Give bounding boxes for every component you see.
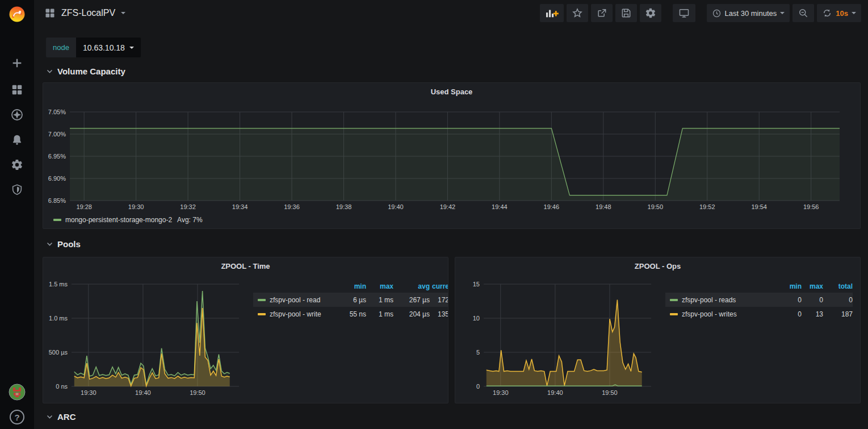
magnifier-minus-icon <box>798 7 809 19</box>
section-pools[interactable]: Pools <box>47 239 81 249</box>
section-title: Volume Capacity <box>57 66 125 76</box>
time-range-caret-icon <box>780 12 785 14</box>
explore-icon[interactable] <box>0 103 34 126</box>
series-dash-icon <box>670 313 678 315</box>
create-icon[interactable] <box>0 52 34 74</box>
legend-header-row: min max total <box>665 280 853 293</box>
section-title: Pools <box>57 239 81 249</box>
legend-header-current[interactable]: current <box>430 282 448 290</box>
dashboards-icon[interactable] <box>0 78 34 101</box>
svg-text:19:36: 19:36 <box>284 203 300 210</box>
svg-text:19:56: 19:56 <box>803 203 819 210</box>
cycle-view-button[interactable] <box>673 4 695 22</box>
time-range-label: Last 30 minutes <box>725 9 777 18</box>
clock-icon <box>712 9 722 18</box>
value-max: 1 ms <box>366 310 393 318</box>
svg-text:15: 15 <box>473 281 480 288</box>
svg-text:500 µs: 500 µs <box>49 349 68 356</box>
monitor-icon <box>678 7 690 19</box>
value-avg: 204 µs <box>393 310 430 318</box>
svg-text:19:40: 19:40 <box>388 203 404 210</box>
top-header: ZFS-LocalPV <box>34 0 868 26</box>
value-max: 13 <box>802 310 823 318</box>
panel-zpool-ops: ZPOOL - Ops 19:3019:4019:50151050 min ma… <box>455 257 861 403</box>
panel-title[interactable]: Used Space <box>43 83 860 96</box>
series-dash-icon <box>670 299 678 301</box>
zpool-ops-chart[interactable]: 19:3019:4019:50151050 <box>458 274 656 403</box>
svg-text:19:50: 19:50 <box>602 389 618 396</box>
legend-header-total[interactable]: total <box>823 282 853 290</box>
server-admin-icon[interactable] <box>0 178 34 201</box>
panel-zpool-time: ZPOOL - Time 19:3019:4019:501.5 ms1.0 ms… <box>43 257 448 403</box>
svg-text:1.0 ms: 1.0 ms <box>49 315 68 322</box>
svg-text:19:38: 19:38 <box>336 203 352 210</box>
help-icon[interactable]: ? <box>0 406 34 428</box>
zoom-out-button[interactable] <box>792 4 814 22</box>
dashboard-title-dropdown[interactable]: ZFS-LocalPV <box>44 7 125 19</box>
zpool-time-chart[interactable]: 19:3019:4019:501.5 ms1.0 ms500 µs0 ns <box>45 274 244 403</box>
add-panel-button[interactable] <box>540 4 564 22</box>
panel-title[interactable]: ZPOOL - Ops <box>455 257 860 270</box>
section-volume-capacity[interactable]: Volume Capacity <box>47 66 125 76</box>
svg-text:5: 5 <box>476 349 480 356</box>
series-name: zfspv-pool - writes <box>682 310 737 318</box>
svg-text:1.5 ms: 1.5 ms <box>49 281 68 288</box>
chevron-down-icon <box>47 241 53 247</box>
variable-label: node <box>46 38 76 57</box>
svg-text:19:40: 19:40 <box>547 389 563 396</box>
refresh-caret-icon <box>852 12 856 14</box>
series-name: zfspv-pool - reads <box>682 296 736 304</box>
svg-text:19:42: 19:42 <box>440 203 456 210</box>
used-space-chart[interactable]: 19:2819:3019:3219:3419:3619:3819:4019:42… <box>45 99 859 229</box>
time-range-picker[interactable]: Last 30 minutes <box>707 4 790 22</box>
used-space-legend: mongo-persistent-storage-mongo-2 Avg: 7% <box>53 216 203 224</box>
legend-series-name[interactable]: mongo-persistent-storage-mongo-2 <box>65 216 172 224</box>
svg-text:19:30: 19:30 <box>81 389 97 396</box>
svg-text:7.00%: 7.00% <box>48 131 66 138</box>
value-min: 0 <box>773 310 802 318</box>
grafana-logo[interactable] <box>6 3 28 24</box>
svg-text:19:28: 19:28 <box>76 203 92 210</box>
dashboard-squares-icon <box>44 7 56 19</box>
svg-text:19:32: 19:32 <box>180 203 196 210</box>
zpool-time-svg: 19:3019:4019:501.5 ms1.0 ms500 µs0 ns <box>45 274 244 403</box>
legend-header-max[interactable]: max <box>802 282 823 290</box>
value-total: 187 <box>823 310 853 318</box>
svg-text:6.95%: 6.95% <box>48 153 66 160</box>
refresh-icon <box>822 8 832 18</box>
legend-row-writes: zfspv-pool - writes 0 13 187 <box>665 307 853 321</box>
zpool-ops-legend: min max total zfspv-pool - reads 0 0 0 z… <box>665 280 853 321</box>
svg-text:19:30: 19:30 <box>128 203 144 210</box>
save-button[interactable] <box>615 4 637 22</box>
legend-header-min[interactable]: min <box>333 282 366 290</box>
legend-header-max[interactable]: max <box>366 282 393 290</box>
page-title: ZFS-LocalPV <box>61 8 115 18</box>
dashboard-settings-button[interactable] <box>640 4 661 22</box>
configuration-icon[interactable] <box>0 153 34 176</box>
section-arc[interactable]: ARC <box>47 412 76 422</box>
chevron-down-icon <box>47 414 53 419</box>
svg-text:19:50: 19:50 <box>648 203 664 210</box>
svg-text:19:44: 19:44 <box>492 203 508 210</box>
chevron-down-icon <box>47 69 53 74</box>
share-button[interactable] <box>591 4 613 22</box>
alerting-icon[interactable] <box>0 128 34 151</box>
svg-text:7.05%: 7.05% <box>48 109 66 115</box>
legend-series-dash <box>53 219 61 221</box>
svg-text:19:34: 19:34 <box>232 203 248 210</box>
title-caret-icon <box>121 12 125 14</box>
star-button[interactable] <box>567 4 588 22</box>
value-min: 0 <box>773 296 802 304</box>
variable-value-dropdown[interactable]: 10.63.10.18 <box>76 38 141 57</box>
user-avatar[interactable] <box>0 381 34 403</box>
svg-text:0: 0 <box>476 383 480 390</box>
refresh-button[interactable]: 10s <box>817 4 861 22</box>
panel-title[interactable]: ZPOOL - Time <box>43 257 448 270</box>
help-question-glyph: ? <box>10 410 24 424</box>
legend-header-min[interactable]: min <box>773 282 802 290</box>
toolbar: Last 30 minutes 10s <box>540 4 861 22</box>
value-max: 1 ms <box>366 296 393 304</box>
legend-header-avg[interactable]: avg <box>393 282 430 290</box>
variable-caret-icon <box>129 47 134 49</box>
svg-text:19:40: 19:40 <box>135 389 151 396</box>
